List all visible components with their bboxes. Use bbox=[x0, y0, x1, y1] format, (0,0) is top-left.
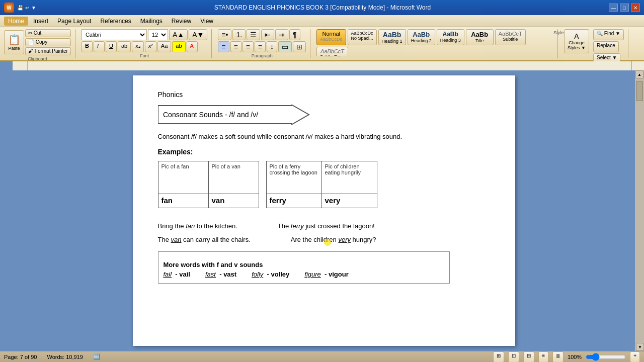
arrow-svg: Consonant Sounds - /f/ and /v/ bbox=[158, 105, 314, 125]
align-right-button[interactable]: ≡ bbox=[243, 41, 254, 52]
font-size-select[interactable]: 12 bbox=[148, 29, 168, 40]
vertical-scrollbar[interactable]: ▲ ▼ bbox=[635, 70, 644, 351]
maximize-button[interactable]: □ bbox=[620, 4, 629, 12]
italic-button[interactable]: I bbox=[94, 41, 105, 52]
align-left-button[interactable]: ≡ bbox=[218, 41, 229, 52]
style-title-button[interactable]: AaBb Title bbox=[466, 29, 494, 45]
copy-button[interactable]: 📄 Copy bbox=[25, 38, 71, 46]
superscript-button[interactable]: x² bbox=[145, 41, 156, 52]
style-subtitle-button[interactable]: AaBbCcT Subtitle bbox=[495, 29, 526, 45]
shrink-font-button[interactable]: A▼ bbox=[189, 29, 207, 40]
ferry-pic-cell: Pic of a ferry crossing the lagoon bbox=[266, 161, 321, 194]
ferry-word: ferry bbox=[291, 222, 304, 230]
fan-word: fan bbox=[186, 222, 195, 230]
show-hide-button[interactable]: ¶ bbox=[289, 29, 300, 40]
multilevel-button[interactable]: ☰ bbox=[247, 29, 260, 40]
styles-group: Normal AaBbCcDd AaBbCcDc No Spaci... AaB… bbox=[316, 29, 558, 58]
examples-table: Pic of a fan Pic of a van Pic of a ferry… bbox=[158, 161, 490, 214]
word-pairs-row: fail - vail fast - vast folly - volley f… bbox=[164, 270, 444, 278]
bullets-button[interactable]: ≡• bbox=[218, 29, 231, 40]
underline-button[interactable]: U bbox=[106, 41, 117, 52]
quick-access-toolbar: 💾 ↩ ▼ bbox=[17, 5, 36, 11]
menu-mailings[interactable]: Mailings bbox=[136, 17, 167, 26]
change-case-button[interactable]: Aa bbox=[157, 41, 171, 52]
style-subtle-em-button[interactable]: AaBbCcT Subtle Em... bbox=[316, 47, 348, 56]
sentence-row-2: The van can carry all the chairs. Are th… bbox=[158, 234, 490, 245]
style-normal-button[interactable]: Normal AaBbCcDd bbox=[316, 29, 346, 45]
menu-references[interactable]: References bbox=[96, 17, 135, 26]
outline-view-button[interactable]: ≡ bbox=[538, 351, 548, 363]
van-pic-cell: Pic of a van bbox=[208, 161, 259, 194]
fan-word-cell: fan bbox=[158, 194, 208, 208]
pair-figure: figure - vigour bbox=[304, 270, 348, 278]
menu-view[interactable]: View bbox=[196, 17, 217, 26]
style-heading1-button[interactable]: AaBb Heading 1 bbox=[378, 29, 406, 45]
menu-page-layout[interactable]: Page Layout bbox=[53, 17, 95, 26]
font-name-select[interactable]: Calibri bbox=[82, 29, 147, 40]
editing-group: 🔍 Find ▼ Replace Select ▼ Editing bbox=[593, 29, 628, 58]
document-scroll[interactable]: Phonics Consonant Sounds - /f/ and /v/ C… bbox=[13, 70, 635, 351]
draft-view-button[interactable]: ≣ bbox=[552, 351, 564, 363]
fan-pic-cell: Pic of a fan bbox=[158, 161, 208, 194]
pair-fail: fail - vail bbox=[164, 270, 190, 278]
very-word-cell: very bbox=[321, 194, 377, 208]
ribbon: 📋 Paste ✂ Cut 📄 Copy 🖌 Format Painter Cl… bbox=[0, 27, 644, 61]
van-word: van bbox=[171, 236, 182, 243]
menu-home[interactable]: Home bbox=[4, 17, 28, 26]
window-title: STANDARD ENGLISH PHONICS BOOK 3 [Compati… bbox=[36, 4, 609, 11]
arrow-text: Consonant Sounds - /f/ and /v/ bbox=[163, 111, 258, 119]
justify-button[interactable]: ≡ bbox=[255, 41, 266, 52]
align-center-button[interactable]: ≡ bbox=[230, 41, 242, 52]
menu-insert[interactable]: Insert bbox=[29, 17, 52, 26]
shading-button[interactable]: ▭ bbox=[278, 41, 292, 52]
zoom-level: 100% bbox=[568, 354, 582, 360]
office-logo: W bbox=[4, 3, 14, 13]
find-button[interactable]: 🔍 Find ▼ bbox=[593, 29, 624, 40]
sentence-fan: Bring the fan to the kitchen. bbox=[158, 220, 237, 232]
scroll-down-button[interactable]: ▼ bbox=[636, 343, 644, 351]
paragraph-label: Paragraph bbox=[218, 53, 306, 58]
strikethrough-button[interactable]: ab bbox=[118, 41, 131, 52]
zoom-in-button[interactable]: + bbox=[630, 351, 640, 363]
print-layout-button[interactable]: ⊞ bbox=[493, 351, 504, 363]
close-button[interactable]: ✕ bbox=[631, 4, 640, 12]
highlight-button[interactable]: ab bbox=[172, 41, 185, 52]
subscript-button[interactable]: x₂ bbox=[132, 41, 144, 52]
grow-font-button[interactable]: A▲ bbox=[169, 29, 188, 40]
pair-fast: fast - vast bbox=[205, 270, 236, 278]
font-group: Calibri 12 A▲ A▼ B I U ab x₂ x² Aa ab A … bbox=[82, 29, 212, 58]
replace-button[interactable]: Replace bbox=[593, 41, 619, 52]
examples-label: Examples: bbox=[158, 148, 490, 156]
title-bar: W 💾 ↩ ▼ STANDARD ENGLISH PHONICS BOOK 3 … bbox=[0, 0, 644, 15]
font-color-button[interactable]: A bbox=[187, 41, 198, 52]
paragraph-group: ≡• 1. ☰ ⇤ ⇥ ¶ ≡ ≡ ≡ ≡ ↕ ▭ ⊞ Paragraph bbox=[218, 29, 310, 58]
style-heading3-button[interactable]: AaBb Heading 3 bbox=[437, 29, 464, 45]
sentence-van: The van can carry all the chairs. bbox=[158, 234, 251, 245]
decrease-indent-button[interactable]: ⇤ bbox=[261, 29, 274, 40]
style-heading2-button[interactable]: AaBb Heading 2 bbox=[408, 29, 435, 45]
scroll-up-button[interactable]: ▲ bbox=[635, 70, 643, 78]
menu-bar: Home Insert Page Layout References Maili… bbox=[0, 15, 644, 27]
bold-button[interactable]: B bbox=[82, 41, 93, 52]
more-words-title: More words with f and v sounds bbox=[164, 261, 444, 268]
consonant-sounds-arrow: Consonant Sounds - /f/ and /v/ bbox=[158, 105, 490, 125]
style-no-space-button[interactable]: AaBbCcDc No Spaci... bbox=[348, 29, 377, 45]
format-painter-button[interactable]: 🖌 Format Painter bbox=[25, 47, 71, 55]
zoom-slider[interactable] bbox=[586, 353, 626, 360]
cut-button[interactable]: ✂ Cut bbox=[25, 29, 71, 37]
minimize-button[interactable]: — bbox=[609, 4, 618, 12]
full-screen-button[interactable]: ⊡ bbox=[508, 351, 519, 363]
scroll-thumb[interactable] bbox=[636, 81, 643, 101]
menu-review[interactable]: Review bbox=[168, 17, 195, 26]
sentence-ferry: The ferry just crossed the lagoon! bbox=[278, 220, 375, 232]
increase-indent-button[interactable]: ⇥ bbox=[275, 29, 288, 40]
left-panel bbox=[0, 70, 13, 351]
change-styles-button[interactable]: A Change Styles ▼ bbox=[564, 29, 589, 53]
f-sound-table: Pic of a fan Pic of a van Pic of a ferry… bbox=[158, 161, 377, 208]
web-layout-button[interactable]: ⊟ bbox=[523, 351, 534, 363]
line-spacing-button[interactable]: ↕ bbox=[267, 41, 277, 52]
consonant-description: Consonant /f/ makes a soft sound while c… bbox=[158, 132, 490, 142]
borders-button[interactable]: ⊞ bbox=[293, 41, 306, 52]
paste-button[interactable]: 📋 Paste bbox=[4, 30, 24, 54]
numbering-button[interactable]: 1. bbox=[232, 29, 246, 40]
